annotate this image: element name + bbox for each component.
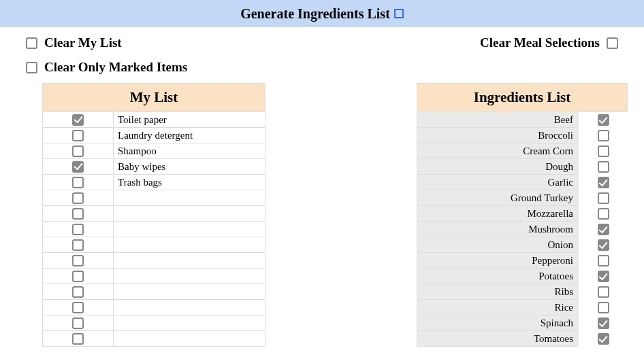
- list-item: Onion: [417, 237, 628, 253]
- ingredient-checkbox[interactable]: [598, 224, 609, 235]
- list-item-check-cell: [43, 253, 114, 268]
- list-item-check-cell: [43, 284, 114, 299]
- list-item-check-cell: [43, 315, 114, 330]
- list-item-checkbox[interactable]: [72, 317, 84, 329]
- my-list-panel: My List Toilet paperLaundry detergentSha…: [42, 83, 265, 347]
- list-item-checkbox[interactable]: [72, 145, 84, 157]
- header-bar: Generate Ingredients List: [0, 0, 644, 27]
- ingredient-checkbox[interactable]: [598, 271, 609, 282]
- ingredient-checkbox[interactable]: [598, 317, 609, 329]
- clear-meal-selections-action[interactable]: Clear Meal Selections: [480, 35, 618, 50]
- list-item-check-cell: [43, 206, 114, 221]
- ingredient-label: Spinach: [417, 315, 579, 331]
- list-item-checkbox[interactable]: [72, 224, 84, 235]
- list-item: Shampoo: [43, 143, 265, 159]
- lists-container: My List Toilet paperLaundry detergentSha…: [0, 83, 644, 347]
- list-item-label[interactable]: Shampoo: [114, 143, 265, 158]
- ingredient-checkbox[interactable]: [598, 177, 609, 188]
- ingredient-label: Mozzarella: [417, 206, 579, 222]
- list-item: Baby wipes: [43, 159, 265, 175]
- ingredient-check-cell: [579, 269, 628, 284]
- my-list-body: Toilet paperLaundry detergentShampooBaby…: [42, 112, 265, 347]
- list-item-check-cell: [43, 190, 114, 205]
- list-item: [43, 315, 265, 331]
- clear-my-list-checkbox[interactable]: [26, 37, 37, 49]
- list-item: Pepperoni: [417, 253, 628, 269]
- list-item: [43, 222, 265, 237]
- list-item-checkbox[interactable]: [72, 255, 84, 267]
- list-item: Spinach: [417, 315, 628, 331]
- ingredient-check-cell: [579, 112, 628, 128]
- ingredient-check-cell: [579, 315, 628, 331]
- list-item: [43, 269, 265, 284]
- list-item: Tomatoes: [417, 331, 628, 347]
- list-item-label[interactable]: [114, 222, 265, 237]
- ingredient-checkbox[interactable]: [598, 130, 609, 141]
- list-item-label[interactable]: [114, 237, 265, 252]
- list-item: Ground Turkey: [417, 190, 628, 206]
- ingredient-checkbox[interactable]: [598, 286, 609, 298]
- ingredients-body: BeefBroccoliCream CornDoughGarlicGround …: [417, 112, 628, 347]
- list-item-label[interactable]: Trash bags: [114, 175, 265, 190]
- ingredient-check-cell: [579, 190, 628, 206]
- ingredient-label: Onion: [417, 237, 579, 253]
- list-item: [43, 300, 265, 315]
- ingredient-label: Cream Corn: [417, 143, 579, 159]
- ingredient-check-cell: [579, 331, 628, 347]
- ingredient-label: Garlic: [417, 175, 579, 190]
- list-item-check-cell: [43, 175, 114, 190]
- clear-my-list-action[interactable]: Clear My List: [26, 35, 122, 50]
- list-item: Rice: [417, 300, 628, 315]
- clear-meal-selections-label: Clear Meal Selections: [480, 35, 600, 50]
- ingredient-check-cell: [579, 143, 628, 159]
- list-item-label[interactable]: Baby wipes: [114, 159, 265, 174]
- ingredient-label: Mushroom: [417, 222, 579, 237]
- list-item-checkbox[interactable]: [72, 177, 84, 188]
- clear-only-marked-checkbox[interactable]: [26, 62, 37, 73]
- list-item: Garlic: [417, 175, 628, 190]
- list-item: [43, 237, 265, 253]
- ingredient-checkbox[interactable]: [598, 333, 609, 345]
- list-item-checkbox[interactable]: [72, 208, 84, 220]
- header-title: Generate Ingredients List: [240, 6, 390, 22]
- list-item: Ribs: [417, 284, 628, 300]
- list-item-check-cell: [43, 112, 114, 127]
- list-item-label[interactable]: [114, 284, 265, 299]
- list-item-label[interactable]: [114, 269, 265, 283]
- generate-checkbox[interactable]: [394, 9, 404, 18]
- list-item-label[interactable]: [114, 206, 265, 221]
- list-item-checkbox[interactable]: [72, 333, 84, 345]
- list-item-check-cell: [43, 331, 114, 346]
- ingredient-checkbox[interactable]: [598, 239, 609, 251]
- list-item-label[interactable]: [114, 331, 265, 346]
- ingredient-check-cell: [579, 237, 628, 253]
- list-item-label[interactable]: [114, 315, 265, 330]
- ingredient-checkbox[interactable]: [598, 145, 609, 157]
- list-item-checkbox[interactable]: [72, 302, 84, 313]
- ingredient-checkbox[interactable]: [598, 161, 609, 173]
- clear-meal-selections-checkbox[interactable]: [607, 37, 618, 49]
- list-item-label[interactable]: [114, 253, 265, 268]
- list-item-checkbox[interactable]: [72, 271, 84, 282]
- list-item-label[interactable]: [114, 300, 265, 315]
- actions-row-1: Clear My List Clear Meal Selections: [0, 27, 644, 56]
- list-item-check-cell: [43, 269, 114, 283]
- ingredient-checkbox[interactable]: [598, 192, 609, 204]
- list-item-label[interactable]: Toilet paper: [114, 112, 265, 127]
- list-item-checkbox[interactable]: [72, 192, 84, 204]
- ingredient-checkbox[interactable]: [598, 208, 609, 220]
- list-item-checkbox[interactable]: [72, 239, 84, 251]
- list-item-label[interactable]: Laundry detergent: [114, 128, 265, 143]
- list-item-checkbox[interactable]: [72, 130, 84, 141]
- list-item-check-cell: [43, 237, 114, 252]
- ingredient-checkbox[interactable]: [598, 255, 609, 267]
- list-item-label[interactable]: [114, 190, 265, 205]
- list-item-checkbox[interactable]: [72, 161, 84, 173]
- ingredient-checkbox[interactable]: [598, 302, 609, 313]
- ingredient-checkbox[interactable]: [598, 114, 609, 126]
- list-item-checkbox[interactable]: [72, 286, 84, 298]
- ingredient-label: Broccoli: [417, 128, 579, 143]
- list-item-checkbox[interactable]: [72, 114, 84, 126]
- clear-only-marked-label: Clear Only Marked Items: [44, 60, 187, 75]
- clear-only-marked-action[interactable]: Clear Only Marked Items: [26, 60, 618, 75]
